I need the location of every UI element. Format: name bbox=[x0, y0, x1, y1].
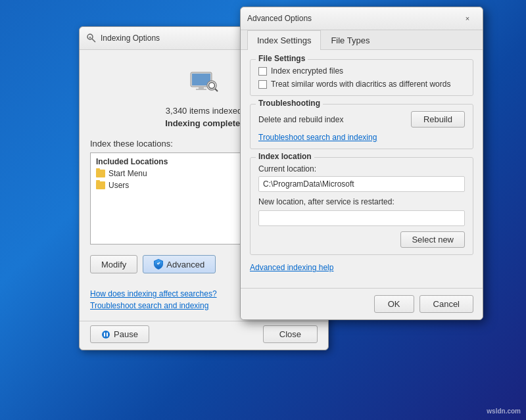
pause-close-section: Pause Close bbox=[80, 321, 328, 350]
dialog-tabs: Index Settings File Types bbox=[241, 30, 483, 50]
watermark: wsldn.com bbox=[487, 408, 521, 415]
checkbox-diacritics-box[interactable] bbox=[258, 80, 267, 89]
svg-line-9 bbox=[215, 89, 218, 91]
computer-search-icon bbox=[188, 67, 220, 99]
svg-point-11 bbox=[102, 331, 110, 338]
cancel-button[interactable]: Cancel bbox=[419, 295, 473, 313]
tab-index-settings[interactable]: Index Settings bbox=[247, 30, 321, 50]
location-name-users: Users bbox=[108, 181, 129, 190]
indexing-title-icon bbox=[86, 33, 97, 43]
select-new-button[interactable]: Select new bbox=[400, 231, 465, 248]
index-location-group: Index location Current location: C:\Prog… bbox=[250, 157, 473, 255]
dialog-titlebar: Advanced Options × bbox=[241, 7, 483, 30]
current-location-label: Current location: bbox=[258, 164, 465, 174]
checkbox-encrypted-box[interactable] bbox=[258, 67, 267, 76]
folder-icon-startmenu bbox=[96, 170, 105, 177]
advanced-button-label: Advanced bbox=[166, 260, 204, 269]
checkbox-diacritics: Treat similar words with diacritics as d… bbox=[258, 80, 465, 89]
pause-icon bbox=[101, 330, 110, 339]
shield-icon bbox=[154, 259, 163, 269]
stats-status: Indexing complete. bbox=[165, 118, 243, 128]
close-main-button[interactable]: Close bbox=[263, 325, 318, 343]
troubleshooting-group: Troubleshooting Delete and rebuild index… bbox=[250, 104, 473, 149]
checkbox-diacritics-label: Treat similar words with diacritics as d… bbox=[271, 80, 450, 89]
rebuild-button[interactable]: Rebuild bbox=[411, 111, 465, 128]
titlebar-left: Indexing Options bbox=[86, 33, 160, 43]
ok-button[interactable]: OK bbox=[374, 295, 414, 313]
svg-rect-13 bbox=[107, 333, 108, 337]
stats-count: 3,340 items indexed bbox=[166, 106, 242, 116]
dialog-close-button[interactable]: × bbox=[459, 12, 476, 24]
troubleshoot-row: Delete and rebuild index Rebuild bbox=[258, 111, 465, 128]
new-location-label: New location, after service is restarted… bbox=[258, 197, 465, 206]
troubleshooting-label: Troubleshooting bbox=[256, 99, 323, 108]
troubleshoot-search-link[interactable]: Troubleshoot search and indexing bbox=[258, 133, 465, 142]
indexing-icon-area bbox=[188, 67, 220, 101]
modify-button[interactable]: Modify bbox=[90, 255, 137, 273]
index-location-label: Index location bbox=[256, 152, 314, 161]
tab-file-types-label: File Types bbox=[331, 35, 370, 45]
indexing-window-title: Indexing Options bbox=[101, 34, 160, 43]
advanced-options-dialog: Advanced Options × Index Settings File T… bbox=[240, 7, 483, 320]
dialog-title: Advanced Options bbox=[247, 14, 312, 23]
dialog-footer: OK Cancel bbox=[241, 288, 483, 319]
file-settings-group: File Settings Index encrypted files Trea… bbox=[250, 59, 473, 96]
pause-button[interactable]: Pause bbox=[90, 325, 149, 343]
svg-rect-6 bbox=[196, 89, 206, 90]
advanced-help-link[interactable]: Advanced indexing help bbox=[250, 263, 473, 272]
dialog-body: File Settings Index encrypted files Trea… bbox=[241, 50, 483, 288]
svg-line-1 bbox=[92, 39, 95, 42]
svg-point-2 bbox=[89, 37, 91, 39]
new-location-value bbox=[258, 210, 465, 226]
tab-file-types[interactable]: File Types bbox=[321, 30, 379, 50]
current-location-value: C:\ProgramData\Microsoft bbox=[258, 176, 465, 192]
tab-index-settings-label: Index Settings bbox=[257, 35, 311, 45]
desktop: Indexing Options ─ □ ✕ bbox=[0, 0, 526, 420]
checkbox-encrypted: Index encrypted files bbox=[258, 66, 465, 76]
delete-rebuild-text: Delete and rebuild index bbox=[258, 115, 343, 124]
select-new-row: Select new bbox=[258, 231, 465, 248]
advanced-button[interactable]: Advanced bbox=[143, 255, 216, 273]
file-settings-label: File Settings bbox=[256, 54, 308, 63]
location-name-startmenu: Start Menu bbox=[108, 169, 147, 178]
pause-button-label: Pause bbox=[114, 329, 138, 339]
folder-icon-users bbox=[96, 181, 105, 189]
checkbox-encrypted-label: Index encrypted files bbox=[271, 66, 343, 76]
svg-rect-12 bbox=[104, 333, 105, 337]
